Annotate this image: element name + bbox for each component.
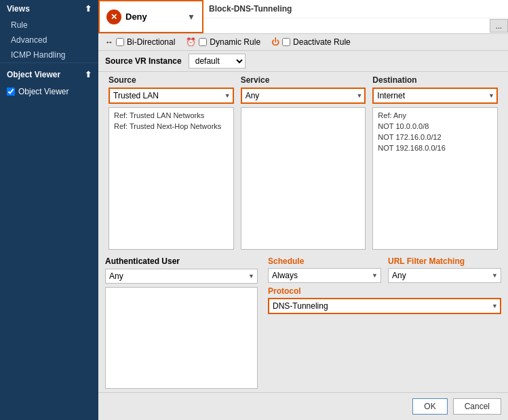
- clock-icon: ⏰: [186, 37, 196, 47]
- source-column: Source Trusted LAN Ref: Trusted LAN Netw…: [105, 72, 237, 253]
- dynamic-rule-label: Dynamic Rule: [210, 37, 260, 47]
- destination-select[interactable]: Internet: [372, 88, 498, 104]
- object-viewer-item[interactable]: Object Viewer: [0, 83, 98, 100]
- destination-header: Destination: [372, 75, 498, 85]
- auth-user-section: Authenticated User Any: [105, 253, 261, 392]
- views-section-header[interactable]: Views ⬆: [0, 0, 98, 18]
- sidebar-item-icmp-handling[interactable]: ICMP Handling: [0, 47, 98, 62]
- source-select-wrapper: Trusted LAN: [109, 88, 234, 104]
- views-expand-icon: ⬆: [85, 4, 92, 14]
- deny-icon-text: ✕: [111, 12, 117, 22]
- vr-row: Source VR Instance default: [98, 51, 508, 72]
- service-select[interactable]: Any: [241, 88, 366, 104]
- main-content: ✕ Deny ▼ Block-DNS-Tunneling ... ↔ Bi-Di…: [98, 0, 508, 420]
- list-item: NOT 172.16.0.0/12: [375, 132, 495, 142]
- deny-dropdown-arrow: ▼: [187, 12, 195, 22]
- more-button[interactable]: ...: [490, 19, 508, 33]
- protocol-section: Protocol DNS-Tunneling: [268, 286, 501, 314]
- protocol-select-wrapper: DNS-Tunneling: [268, 298, 501, 314]
- object-viewer-label: Object Viewer: [7, 70, 60, 79]
- list-item: NOT 192.168.0.0/16: [375, 142, 495, 153]
- source-select[interactable]: Trusted LAN: [109, 88, 234, 104]
- bidirectional-option[interactable]: ↔ Bi-Directional: [105, 37, 175, 47]
- url-filter-label: URL Filter Matching: [388, 256, 501, 266]
- auth-user-select[interactable]: Any: [105, 269, 258, 284]
- service-select-wrapper: Any: [241, 88, 366, 104]
- object-viewer-header[interactable]: Object Viewer ⬆: [0, 66, 98, 83]
- sidebar-divider: [0, 62, 98, 63]
- rule-name-area: Block-DNS-Tunneling ...: [203, 0, 508, 33]
- schedule-col: Schedule Always: [268, 256, 381, 283]
- vr-instance-label: Source VR Instance: [105, 56, 182, 66]
- destination-select-wrapper: Internet: [372, 88, 498, 104]
- url-filter-select[interactable]: Any: [388, 268, 501, 283]
- service-column: Service Any: [237, 72, 370, 253]
- rule-name-input[interactable]: [203, 18, 490, 33]
- bidirectional-checkbox[interactable]: [116, 38, 124, 46]
- schedule-select-wrapper: Always: [268, 268, 381, 283]
- dynamic-rule-checkbox[interactable]: [199, 38, 207, 46]
- views-label: Views: [7, 4, 30, 14]
- object-viewer-checkbox[interactable]: [7, 88, 15, 96]
- schedule-select[interactable]: Always: [268, 268, 381, 283]
- destination-column: Destination Internet Ref: Any NOT 10.0.0…: [369, 72, 501, 253]
- footer: OK Cancel: [98, 392, 508, 420]
- source-list: Ref: Trusted LAN Networks Ref: Trusted N…: [109, 107, 234, 250]
- protocol-select[interactable]: DNS-Tunneling: [268, 298, 501, 314]
- list-item: Ref: Any: [375, 110, 495, 121]
- source-header: Source: [109, 75, 234, 85]
- destination-list: Ref: Any NOT 10.0.0.0/8 NOT 172.16.0.0/1…: [372, 107, 498, 250]
- deny-icon: ✕: [106, 9, 121, 24]
- deactivate-rule-option[interactable]: ⏻ Deactivate Rule: [271, 37, 351, 47]
- bidirectional-icon: ↔: [105, 37, 113, 47]
- object-viewer-item-label: Object Viewer: [18, 87, 69, 96]
- deactivate-rule-checkbox[interactable]: [282, 38, 290, 46]
- rule-name-field: Block-DNS-Tunneling: [203, 0, 508, 18]
- schedule-url-row: Schedule Always URL Filter Matching Any: [268, 256, 501, 283]
- list-item: NOT 10.0.0.0/8: [375, 121, 495, 132]
- columns-area: Source Trusted LAN Ref: Trusted LAN Netw…: [98, 72, 508, 253]
- list-item: Ref: Trusted LAN Networks: [111, 110, 231, 121]
- protocol-label: Protocol: [268, 286, 501, 296]
- url-filter-select-wrapper: Any: [388, 268, 501, 283]
- url-col: URL Filter Matching Any: [388, 256, 501, 283]
- schedule-url-section: Schedule Always URL Filter Matching Any: [261, 253, 501, 392]
- auth-user-header: Authenticated User: [105, 256, 258, 266]
- bidirectional-label: Bi-Directional: [127, 37, 175, 47]
- object-viewer-section: Object Viewer ⬆ Object Viewer: [0, 66, 98, 100]
- sidebar-item-rule[interactable]: Rule: [0, 18, 98, 33]
- auth-select-wrapper: Any: [105, 269, 258, 284]
- service-list: [241, 107, 366, 250]
- rule-header: ✕ Deny ▼ Block-DNS-Tunneling ...: [98, 0, 508, 34]
- deny-label: Deny: [125, 12, 183, 22]
- sidebar: Views ⬆ Rule Advanced ICMP Handling Obje…: [0, 0, 98, 420]
- ok-button[interactable]: OK: [412, 398, 447, 415]
- deny-dropdown[interactable]: ✕ Deny ▼: [98, 0, 203, 33]
- cancel-button[interactable]: Cancel: [453, 398, 501, 415]
- options-row: ↔ Bi-Directional ⏰ Dynamic Rule ⏻ Deacti…: [98, 34, 508, 51]
- sidebar-item-advanced[interactable]: Advanced: [0, 33, 98, 47]
- auth-user-list: [105, 287, 258, 389]
- rule-name-input-row: ...: [203, 18, 508, 33]
- power-icon: ⏻: [271, 37, 279, 47]
- list-item: Ref: Trusted Next-Hop Networks: [111, 121, 231, 132]
- schedule-label: Schedule: [268, 256, 381, 266]
- vr-instance-select[interactable]: default: [189, 54, 246, 69]
- deactivate-rule-label: Deactivate Rule: [293, 37, 351, 47]
- object-viewer-expand-icon: ⬆: [85, 70, 92, 79]
- service-header: Service: [241, 75, 366, 85]
- bottom-area: Authenticated User Any Schedule Always: [98, 253, 508, 392]
- dynamic-rule-option[interactable]: ⏰ Dynamic Rule: [186, 37, 260, 47]
